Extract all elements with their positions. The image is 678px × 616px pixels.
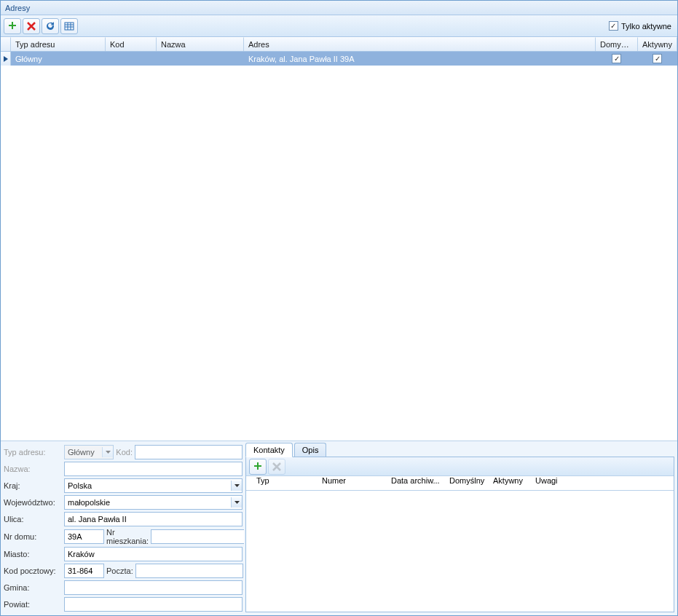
grid-header-typ[interactable]: Typ adresu	[11, 37, 106, 51]
svg-rect-0	[65, 23, 74, 30]
select-kraj-value: Polska	[68, 481, 92, 490]
sub-grid-header: Typ Numer Data archiw... Domyślny Aktywn…	[246, 476, 674, 491]
window-adresy: Adresy Tylko aktywne Typ adresu Kod Nazw…	[0, 0, 678, 616]
bottom-pane: Typ adresu: Główny Kod: Nazwa: Kraj: Pol…	[1, 441, 677, 615]
label-nr-domu: Nr domu:	[4, 532, 62, 541]
tab-kontakty[interactable]: Kontakty	[245, 443, 293, 457]
input-nr-mieszkania[interactable]	[151, 529, 259, 544]
input-kod-pocztowy[interactable]	[64, 564, 104, 578]
label-gmina: Gmina:	[4, 583, 62, 592]
label-wojewodztwo: Województwo:	[4, 498, 62, 507]
sub-head-numer[interactable]: Numer	[322, 476, 391, 490]
sub-grid-body	[246, 491, 674, 612]
delete-button[interactable]	[23, 18, 40, 34]
sub-head-typ[interactable]: Typ	[256, 476, 322, 490]
label-typ-adresu: Typ adresu:	[4, 448, 62, 457]
refresh-icon	[45, 21, 55, 31]
input-nazwa[interactable]	[64, 462, 243, 476]
grid-header: Typ adresu Kod Nazwa Adres Domyślny Akty…	[1, 37, 677, 52]
grid-header-nazwa[interactable]: Nazwa	[157, 37, 244, 51]
select-kraj[interactable]: Polska	[64, 478, 243, 493]
plus-icon	[253, 462, 263, 472]
window-title: Adresy	[5, 4, 30, 12]
right-pane: Kontakty Opis Typ Numer Data archiw...	[244, 441, 677, 615]
label-kod: Kod:	[116, 448, 133, 457]
label-miasto: Miasto:	[4, 550, 62, 558]
chevron-down-icon	[102, 447, 113, 457]
checkbox-aktywny[interactable]	[653, 54, 662, 63]
only-active-checkbox[interactable]	[609, 21, 618, 31]
form-pane: Typ adresu: Główny Kod: Nazwa: Kraj: Pol…	[1, 441, 244, 615]
cell-nazwa	[157, 52, 244, 66]
input-nr-domu[interactable]	[64, 529, 104, 544]
export-button[interactable]	[60, 18, 78, 34]
sub-toolbar	[246, 457, 674, 476]
row-indicator	[1, 52, 11, 66]
input-poczta[interactable]	[135, 564, 243, 578]
label-ulica: Ulica:	[4, 515, 62, 524]
label-nazwa: Nazwa:	[4, 465, 62, 473]
checkbox-domyslny[interactable]	[612, 54, 621, 63]
sub-add-button[interactable]	[249, 459, 267, 475]
grid-header-adres[interactable]: Adres	[244, 37, 596, 51]
label-kraj: Kraj:	[4, 481, 62, 490]
input-ulica[interactable]	[64, 512, 243, 526]
chevron-down-icon	[231, 481, 242, 491]
input-powiat[interactable]	[64, 597, 243, 612]
grid-header-selector[interactable]	[1, 37, 11, 51]
table-icon	[64, 21, 74, 31]
label-poczta: Poczta:	[106, 566, 133, 575]
grid-header-domyslny[interactable]: Domyślny	[596, 37, 638, 51]
input-gmina[interactable]	[64, 580, 243, 595]
grid-header-kod[interactable]: Kod	[106, 37, 157, 51]
cell-kod	[106, 52, 157, 66]
select-typ-adresu-value: Główny	[68, 448, 95, 457]
cell-aktywny	[638, 52, 677, 66]
sub-head-domyslny[interactable]: Domyślny	[449, 476, 493, 490]
add-button[interactable]	[4, 18, 21, 34]
table-row[interactable]: Główny Kraków, al. Jana Pawła II 39A	[1, 52, 677, 66]
sub-head-data-archiw[interactable]: Data archiw...	[391, 476, 449, 490]
tabs: Kontakty Opis	[245, 443, 674, 457]
tab-opis[interactable]: Opis	[294, 443, 327, 457]
toolbar-right: Tylko aktywne	[609, 21, 671, 31]
chevron-down-icon	[231, 497, 242, 508]
title-bar: Adresy	[1, 1, 677, 15]
input-kod[interactable]	[135, 445, 243, 459]
input-miasto[interactable]	[64, 547, 243, 561]
x-icon	[26, 21, 36, 31]
select-wojewodztwo-value: małopolskie	[68, 498, 110, 507]
label-nr-mieszkania: Nr mieszkania:	[106, 528, 149, 545]
select-wojewodztwo[interactable]: małopolskie	[64, 495, 243, 510]
sub-head-aktywny[interactable]: Aktywny	[493, 476, 535, 490]
grid-header-aktywny[interactable]: Aktywny	[638, 37, 677, 51]
label-kod-pocztowy: Kod pocztowy:	[4, 566, 62, 575]
toolbar-main: Tylko aktywne	[1, 15, 677, 37]
label-powiat: Powiat:	[4, 600, 62, 609]
cell-adres: Kraków, al. Jana Pawła II 39A	[244, 52, 596, 66]
cell-domyslny	[596, 52, 638, 66]
plus-icon	[7, 21, 17, 31]
sub-head-uwagi[interactable]: Uwagi	[535, 476, 674, 490]
only-active-label: Tylko aktywne	[621, 22, 671, 31]
tab-body-kontakty: Typ Numer Data archiw... Domyślny Aktywn…	[245, 457, 674, 612]
select-typ-adresu: Główny	[64, 445, 114, 459]
cell-typ: Główny	[11, 52, 106, 66]
refresh-button[interactable]	[42, 18, 59, 34]
grid-body: Główny Kraków, al. Jana Pawła II 39A	[1, 52, 677, 441]
x-icon	[272, 462, 282, 472]
sub-grid-selector[interactable]	[246, 476, 256, 490]
sub-delete-button	[268, 459, 285, 475]
